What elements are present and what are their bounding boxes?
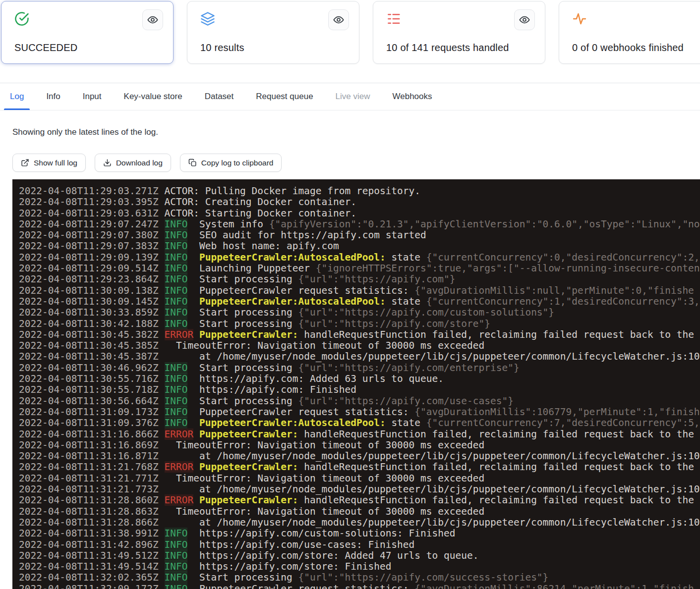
tab-info[interactable]: Info bbox=[46, 83, 60, 110]
stat-card-label: 10 of 141 requests handled bbox=[386, 42, 509, 54]
button-label: Copy log to clipboard bbox=[201, 159, 274, 167]
log-line: 2022-04-08T11:29:23.864Z INFO Start proc… bbox=[19, 274, 700, 285]
tab-bar: LogInfoInputKey-value storeDatasetReques… bbox=[0, 83, 700, 110]
eye-icon bbox=[147, 14, 158, 25]
log-line: 2022-04-08T11:29:03.271Z ACTOR: Pulling … bbox=[19, 186, 700, 197]
log-line: 2022-04-08T11:31:28.860Z ERROR Puppeteer… bbox=[19, 495, 700, 506]
log-line: 2022-04-08T11:29:07.247Z INFO System inf… bbox=[19, 219, 700, 230]
log-line: 2022-04-08T11:31:49.514Z INFO https://ap… bbox=[19, 561, 700, 572]
log-line: 2022-04-08T11:29:09.514Z INFO Launching … bbox=[19, 263, 700, 274]
log-line: 2022-04-08T11:31:28.863Z TimeoutError: N… bbox=[19, 506, 700, 517]
log-line: 2022-04-08T11:29:07.383Z INFO Web host n… bbox=[19, 241, 700, 252]
pulse-icon bbox=[572, 11, 587, 26]
log-line: 2022-04-08T11:30:45.385Z TimeoutError: N… bbox=[19, 340, 700, 351]
download-log-button[interactable]: Download log bbox=[95, 154, 171, 172]
log-line: 2022-04-08T11:30:33.859Z INFO Start proc… bbox=[19, 307, 700, 318]
watch-toggle-button[interactable] bbox=[142, 9, 163, 30]
stat-card-0-of-0-webhooks-finished[interactable]: 0 of 0 webhooks finished bbox=[559, 1, 700, 64]
log-line: 2022-04-08T11:30:55.718Z INFO https://ap… bbox=[19, 384, 700, 395]
log-line: 2022-04-08T11:30:45.387Z at /home/myuser… bbox=[19, 351, 700, 362]
run-stat-cards: SUCCEEDED10 results10 of 141 requests ha… bbox=[0, 0, 700, 64]
stat-card-succeeded[interactable]: SUCCEEDED bbox=[1, 1, 174, 64]
log-line: 2022-04-08T11:31:21.771Z TimeoutError: N… bbox=[19, 473, 700, 484]
eye-icon bbox=[519, 14, 530, 25]
log-line: 2022-04-08T11:32:02.365Z INFO Start proc… bbox=[19, 572, 700, 583]
log-line: 2022-04-08T11:31:16.866Z ERROR Puppeteer… bbox=[19, 429, 700, 440]
log-line: 2022-04-08T11:31:16.871Z at /home/myuser… bbox=[19, 451, 700, 462]
download-icon bbox=[103, 159, 112, 167]
tab-input[interactable]: Input bbox=[83, 83, 102, 110]
log-notice: Showing only the latest lines of the log… bbox=[12, 127, 700, 137]
button-label: Download log bbox=[116, 159, 163, 167]
list-icon bbox=[386, 11, 401, 26]
tab-log[interactable]: Log bbox=[10, 83, 24, 110]
copy-log-to-clipboard-button[interactable]: Copy log to clipboard bbox=[180, 154, 282, 172]
log-line: 2022-04-08T11:32:09.172Z INFO PuppeteerC… bbox=[19, 584, 700, 589]
log-line: 2022-04-08T11:30:09.145Z INFO PuppeteerC… bbox=[19, 296, 700, 307]
log-actions: Show full logDownload logCopy log to cli… bbox=[12, 154, 700, 172]
log-line: 2022-04-08T11:31:38.991Z INFO https://ap… bbox=[19, 528, 700, 539]
log-line: 2022-04-08T11:30:45.382Z ERROR Puppeteer… bbox=[19, 329, 700, 340]
log-line: 2022-04-08T11:31:49.512Z INFO https://ap… bbox=[19, 550, 700, 561]
watch-toggle-button[interactable] bbox=[514, 9, 535, 30]
log-line: 2022-04-08T11:29:03.395Z ACTOR: Creating… bbox=[19, 197, 700, 208]
tab-dataset[interactable]: Dataset bbox=[205, 83, 234, 110]
stat-card-label: 10 results bbox=[200, 42, 244, 54]
check-circle-icon bbox=[14, 11, 29, 26]
log-line: 2022-04-08T11:31:21.773Z at /home/myuser… bbox=[19, 484, 700, 495]
watch-toggle-button[interactable] bbox=[328, 9, 349, 30]
external-link-icon bbox=[21, 159, 29, 167]
log-line: 2022-04-08T11:31:28.866Z at /home/myuser… bbox=[19, 517, 700, 528]
log-line: 2022-04-08T11:31:16.869Z TimeoutError: N… bbox=[19, 440, 700, 451]
tab-request-queue[interactable]: Request queue bbox=[256, 83, 313, 110]
button-label: Show full log bbox=[34, 159, 77, 167]
log-section: Showing only the latest lines of the log… bbox=[0, 127, 700, 589]
tabs-list: LogInfoInputKey-value storeDatasetReques… bbox=[0, 83, 700, 110]
stat-card-label: SUCCEEDED bbox=[14, 42, 77, 54]
log-line: 2022-04-08T11:31:42.896Z INFO https://ap… bbox=[19, 539, 700, 550]
tab-key-value-store[interactable]: Key-value store bbox=[124, 83, 182, 110]
log-console[interactable]: 2022-04-08T11:29:03.271Z ACTOR: Pulling … bbox=[12, 179, 700, 589]
copy-icon bbox=[188, 159, 197, 167]
log-line: 2022-04-08T11:30:56.664Z INFO Start proc… bbox=[19, 396, 700, 407]
show-full-log-button[interactable]: Show full log bbox=[12, 154, 86, 172]
stat-card-10-results[interactable]: 10 results bbox=[187, 1, 359, 64]
log-line: 2022-04-08T11:30:55.716Z INFO https://ap… bbox=[19, 374, 700, 384]
stat-card-10-of-141-requests-handled[interactable]: 10 of 141 requests handled bbox=[373, 1, 545, 64]
tab-webhooks[interactable]: Webhooks bbox=[393, 83, 432, 110]
stat-card-label: 0 of 0 webhooks finished bbox=[572, 42, 684, 54]
actor-run-page: SUCCEEDED10 results10 of 141 requests ha… bbox=[0, 0, 700, 589]
log-line: 2022-04-08T11:30:42.188Z INFO Start proc… bbox=[19, 319, 700, 329]
eye-icon bbox=[333, 14, 344, 25]
log-line: 2022-04-08T11:31:21.768Z ERROR Puppeteer… bbox=[19, 462, 700, 473]
log-line: 2022-04-08T11:29:09.139Z INFO PuppeteerC… bbox=[19, 252, 700, 263]
log-line: 2022-04-08T11:31:09.173Z INFO PuppeteerC… bbox=[19, 407, 700, 418]
log-line: 2022-04-08T11:30:09.138Z INFO PuppeteerC… bbox=[19, 285, 700, 296]
tab-live-view: Live view bbox=[336, 83, 370, 110]
layers-icon bbox=[200, 11, 215, 26]
log-line: 2022-04-08T11:30:46.962Z INFO Start proc… bbox=[19, 363, 700, 374]
log-line: 2022-04-08T11:29:07.380Z INFO SEO audit … bbox=[19, 230, 700, 241]
log-line: 2022-04-08T11:29:03.631Z ACTOR: Starting… bbox=[19, 208, 700, 219]
log-line: 2022-04-08T11:31:09.376Z INFO PuppeteerC… bbox=[19, 418, 700, 428]
